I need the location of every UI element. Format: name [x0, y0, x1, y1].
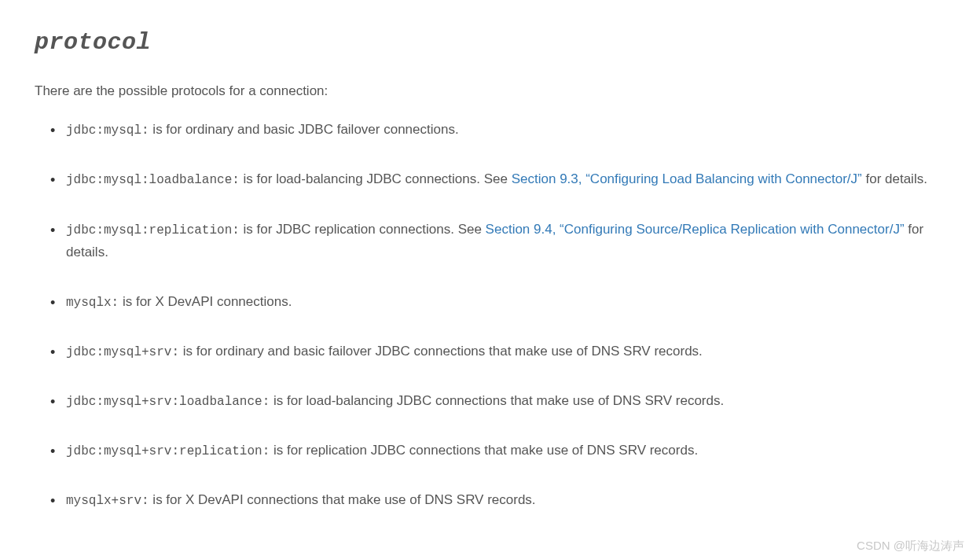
protocol-code: jdbc:mysql:replication:: [66, 223, 240, 237]
section-heading: protocol: [35, 24, 945, 61]
protocol-code: mysqlx+srv:: [66, 494, 149, 508]
protocol-code: jdbc:mysql:: [66, 123, 149, 138]
protocol-code: mysqlx:: [66, 296, 119, 310]
item-text: is for X DevAPI connections that make us…: [149, 492, 536, 507]
list-item: jdbc:mysql+srv:loadbalance: is for load-…: [66, 390, 945, 413]
section-link[interactable]: Section 9.3, “Configuring Load Balancing…: [512, 171, 862, 186]
list-item: jdbc:mysql: is for ordinary and basic JD…: [66, 119, 945, 142]
list-item: mysqlx: is for X DevAPI connections.: [66, 291, 945, 314]
watermark-text: CSDN @听海边涛声: [857, 536, 964, 552]
list-item: jdbc:mysql:loadbalance: is for load-bala…: [66, 168, 945, 191]
intro-text: There are the possible protocols for a c…: [35, 80, 945, 101]
item-text: is for load-balancing JDBC connections. …: [240, 171, 512, 186]
item-text-after: for details.: [862, 171, 927, 186]
protocol-code: jdbc:mysql:loadbalance:: [66, 173, 240, 187]
list-item: jdbc:mysql:replication: is for JDBC repl…: [66, 219, 945, 264]
list-item: jdbc:mysql+srv: is for ordinary and basi…: [66, 340, 945, 363]
protocol-list: jdbc:mysql: is for ordinary and basic JD…: [35, 119, 945, 512]
item-text: is for replication JDBC connections that…: [270, 443, 698, 458]
item-text: is for JDBC replication connections. See: [240, 222, 486, 237]
item-text: is for load-balancing JDBC connections t…: [270, 393, 724, 408]
protocol-code: jdbc:mysql+srv:replication:: [66, 444, 270, 458]
protocol-code: jdbc:mysql+srv:loadbalance:: [66, 395, 270, 409]
item-text: is for ordinary and basic JDBC failover …: [149, 122, 459, 137]
list-item: jdbc:mysql+srv:replication: is for repli…: [66, 440, 945, 462]
section-link[interactable]: Section 9.4, “Configuring Source/Replica…: [486, 222, 905, 237]
protocol-code: jdbc:mysql+srv:: [66, 345, 179, 359]
list-item: mysqlx+srv: is for X DevAPI connections …: [66, 489, 945, 512]
item-text: is for X DevAPI connections.: [119, 294, 292, 309]
item-text: is for ordinary and basic failover JDBC …: [179, 344, 703, 359]
